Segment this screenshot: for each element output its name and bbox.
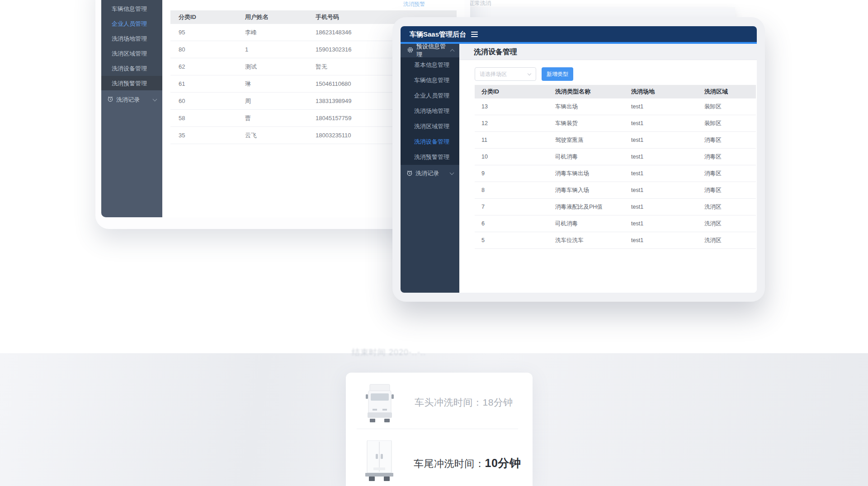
page-title: 洗消设备管理 xyxy=(474,44,757,60)
table-row: 5洗车位洗车test1洗消区 xyxy=(475,232,756,249)
table-cell: 12 xyxy=(481,115,488,132)
table-cell: 7 xyxy=(481,199,485,215)
sidebar-item[interactable]: 车辆信息管理 xyxy=(401,73,459,88)
sidebar-item[interactable]: 洗消场地管理 xyxy=(101,31,162,46)
table-cell: 9 xyxy=(481,165,485,182)
table-cell: 消毒区 xyxy=(704,149,722,165)
sidebar-item[interactable]: 基本信息管理 xyxy=(401,57,459,73)
table-row: 10司机消毒test1消毒区 xyxy=(475,149,756,165)
front-sidebar: 预设信息管理 基本信息管理车辆信息管理企业人员管理洗消场地管理洗消区域管理洗消设… xyxy=(401,44,459,293)
sidebar-item-label: 洗消记录 xyxy=(116,96,153,104)
table-cell: 消毒区 xyxy=(704,132,722,149)
table-cell: test1 xyxy=(631,165,643,182)
back-sidebar-menu: 基本信息管理车辆信息管理企业人员管理洗消场地管理洗消区域管理洗消设备管理洗消预警… xyxy=(101,0,162,90)
sidebar-item[interactable]: 洗消预警管理 xyxy=(101,76,162,90)
column-header: 分类ID xyxy=(179,10,196,24)
front-window-frame: 车辆Saas管理后台 预设信息管理 基本信息管理车辆信息管理企业人员管理洗消场地… xyxy=(392,17,765,302)
ghost-end-time-text: 结束时间 2020-..-.. xyxy=(352,347,426,358)
sidebar-item[interactable]: 洗消区域管理 xyxy=(401,119,459,134)
hamburger-icon[interactable] xyxy=(471,32,478,38)
table-row: 11驾驶室熏蒸test1消毒区 xyxy=(475,132,756,149)
table-cell: 5 xyxy=(481,232,485,249)
sidebar-item[interactable]: 洗消场地管理 xyxy=(401,103,459,119)
select-placeholder: 请选择场区 xyxy=(480,68,507,80)
back-sidebar-submenu: 基本信息管理车辆信息管理企业人员管理洗消场地管理洗消区域管理洗消设备管理洗消预警… xyxy=(101,0,162,90)
table-cell: 13831398949 xyxy=(316,93,352,110)
truck-front-icon xyxy=(365,383,394,425)
back-sidebar: 基本信息管理车辆信息管理企业人员管理洗消场地管理洗消区域管理洗消设备管理洗消预警… xyxy=(101,0,162,217)
table-cell: test1 xyxy=(631,182,643,199)
table-cell: 1 xyxy=(245,41,248,58)
sidebar-item[interactable]: 洗消设备管理 xyxy=(401,134,459,150)
column-header: 洗消区域 xyxy=(704,85,728,98)
table-cell: 10 xyxy=(481,149,488,165)
column-header: 手机号码 xyxy=(316,10,339,24)
table-cell: 周 xyxy=(245,93,251,110)
table-cell: 6 xyxy=(481,215,485,232)
column-header: 分类ID xyxy=(481,85,499,98)
sidebar-item-wash-records[interactable]: 洗消记录 xyxy=(401,165,459,182)
table-cell: 司机消毒 xyxy=(555,149,578,165)
site-select[interactable]: 请选择场区 xyxy=(475,67,536,81)
table-cell: test1 xyxy=(631,115,643,132)
table-cell: 95 xyxy=(179,24,185,41)
table-cell: 11 xyxy=(481,132,487,149)
table-cell: 洗消区 xyxy=(704,199,722,215)
table-cell: test1 xyxy=(631,98,643,115)
sidebar-item-label: 洗消记录 xyxy=(415,169,450,178)
sidebar-item[interactable]: 车辆信息管理 xyxy=(101,1,162,16)
rear-wash-time-text: 车尾冲洗时间：10分钟 xyxy=(414,456,521,471)
table-cell: test1 xyxy=(631,199,643,215)
alarm-clock-icon xyxy=(107,96,113,103)
table-cell: 35 xyxy=(179,127,185,144)
sidebar-item[interactable]: 企业人员管理 xyxy=(401,88,459,103)
table-row: 13车辆出场test1装卸区 xyxy=(475,98,756,115)
table-cell: 李峰 xyxy=(245,24,257,41)
table-cell: 车辆出场 xyxy=(555,98,578,115)
table-cell: 18003235110 xyxy=(316,127,351,144)
table-cell: 8 xyxy=(481,182,485,199)
normal-wash-faint-label: 正常洗消 xyxy=(469,0,491,7)
chevron-down-icon xyxy=(450,171,454,175)
front-sidebar-menu: 基本信息管理车辆信息管理企业人员管理洗消场地管理洗消区域管理洗消设备管理洗消预警… xyxy=(401,57,459,165)
table-cell: 58 xyxy=(179,110,185,127)
truck-rear-icon xyxy=(364,440,394,485)
table-cell: test1 xyxy=(631,149,643,165)
sidebar-item-wash-records[interactable]: 洗消记录 xyxy=(101,90,162,109)
table-cell: 62 xyxy=(179,58,185,75)
chevron-down-icon xyxy=(528,72,531,75)
table-cell: 15046110680 xyxy=(316,75,351,93)
sidebar-item[interactable]: 洗消设备管理 xyxy=(101,61,162,76)
sidebar-item[interactable]: 洗消区域管理 xyxy=(101,46,162,61)
table-cell: 琳 xyxy=(245,75,251,93)
table-cell: 装卸区 xyxy=(704,98,722,115)
table-cell: 云飞 xyxy=(245,127,257,144)
table-cell: 61 xyxy=(179,75,185,93)
column-header: 洗消场地 xyxy=(631,85,655,98)
table-cell: 18045157759 xyxy=(316,110,352,127)
table-cell: 80 xyxy=(179,41,185,58)
page: 结束时间 2020-..-.. 正常洗消 基本信息管理车辆信息管理企业人员管理洗… xyxy=(0,0,868,486)
column-header: 洗消类型名称 xyxy=(555,85,590,98)
table-cell: test1 xyxy=(631,215,643,232)
card-divider xyxy=(357,429,518,429)
table-cell: 车辆装货 xyxy=(555,115,578,132)
table-row: 6司机消毒test1洗消区 xyxy=(475,215,756,232)
table-cell: 暂无 xyxy=(316,58,327,75)
sidebar-item[interactable]: 企业人员管理 xyxy=(101,16,162,31)
app-title: 车辆Saas管理后台 xyxy=(410,26,466,42)
table-row: 7消毒液配比及PH值test1洗消区 xyxy=(475,199,756,215)
app-header: 车辆Saas管理后台 xyxy=(401,26,757,42)
front-wash-time-text: 车头冲洗时间：18分钟 xyxy=(415,396,513,409)
add-type-button[interactable]: 新增类型 xyxy=(542,67,573,81)
table-cell: 曹 xyxy=(245,110,251,127)
table-cell: 消毒车辆入场 xyxy=(555,182,589,199)
sidebar-item[interactable]: 洗消预警管理 xyxy=(401,150,459,165)
table-header: 分类ID洗消类型名称洗消场地洗消区域 xyxy=(475,85,756,98)
wash-alert-link[interactable]: 洗消预警 xyxy=(403,0,425,8)
table-cell: test1 xyxy=(631,232,643,249)
sidebar-section-preset-info[interactable]: 预设信息管理 xyxy=(401,44,459,57)
alarm-clock-icon xyxy=(406,170,413,178)
table-cell: 装卸区 xyxy=(704,115,722,132)
table-row: 9消毒车辆出场test1消毒区 xyxy=(475,165,756,182)
